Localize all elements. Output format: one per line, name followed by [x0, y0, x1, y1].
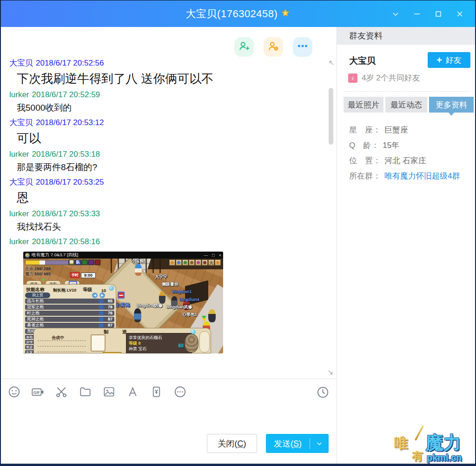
close-icon[interactable]: [449, 0, 470, 27]
info-label: Q 龄：: [349, 140, 379, 151]
game-timer: 卡时 9:00: [70, 272, 96, 278]
skill-row-name: 时之袍: [27, 311, 40, 316]
skill-row-value: 65: [108, 299, 112, 304]
message-meta: 大宝贝2018/6/17 20:53:12: [9, 118, 321, 128]
tab-recent-activity[interactable]: 最近动态: [385, 97, 427, 113]
window-menu-chevron-icon[interactable]: [385, 0, 406, 27]
game-player-label: 侧眼看伱: [162, 282, 178, 286]
add-friend-button[interactable]: + 好友: [428, 52, 470, 68]
message-text[interactable]: 那是要两件8石榴的?: [17, 161, 321, 173]
message-text[interactable]: 我找找石头: [17, 221, 321, 233]
info-label: 星 座：: [349, 125, 381, 135]
send-button-label: 发送(S): [266, 438, 310, 449]
add-member-button[interactable]: [234, 37, 254, 57]
game-titlebar: 唯有魔力 7.0&3.7 [四线] — □ ×: [23, 252, 223, 259]
skill-next-arrow: ▶: [99, 293, 105, 298]
message-text[interactable]: 可以: [17, 130, 321, 146]
close-button[interactable]: 关闭(C): [207, 434, 257, 453]
skill-row-value: 76: [108, 305, 112, 310]
skill-name: 制长袍 LV10: [53, 287, 76, 293]
skill-row-name: 勇者之袍: [27, 323, 44, 328]
skill-row-name: 战斗长袍: [27, 299, 44, 304]
tab-more-info[interactable]: 更多资料: [429, 97, 474, 113]
skill-row-chip: [99, 311, 103, 315]
sender-name[interactable]: lurker: [9, 237, 29, 246]
sender-name[interactable]: 大宝贝: [9, 178, 33, 186]
game-chat-chip: 聊: [69, 260, 74, 265]
skill-row-chip: [99, 299, 103, 303]
game-minimize-icon: —: [204, 253, 208, 258]
skill-row-chip: [99, 305, 103, 309]
message-text[interactable]: 我5000收到的: [17, 102, 321, 114]
game-character: [135, 264, 142, 276]
window-title-text: 大宝贝(176302458): [186, 7, 278, 21]
member-meta: 4岁 2个共同好友: [362, 73, 420, 83]
close-button-label: 关闭(C): [218, 438, 246, 449]
game-player-label: 大宇宇: [155, 275, 167, 279]
game-mp-value: 550/ 985: [34, 272, 51, 276]
chat-image-game-screenshot[interactable]: 唯有魔力 7.0&3.7 [四线] — □ × 聊 队 生命288/: [23, 252, 223, 353]
profile-tabs: 最近照片 最近动态 更多资料: [344, 97, 474, 113]
message-text[interactable]: 下次我刷逆牛得到了八 送你俩可以不: [17, 70, 321, 87]
message-meta: 大宝贝2018/6/17 20:53:25: [9, 177, 321, 187]
game-character: [159, 292, 165, 304]
minimize-icon[interactable]: [406, 0, 428, 27]
send-options-chevron-icon[interactable]: [310, 440, 329, 447]
message-text[interactable]: 恩: [17, 189, 321, 206]
info-value: 巨蟹座: [384, 125, 408, 135]
maximize-icon[interactable]: [428, 0, 449, 27]
game-toolbar-button: [202, 260, 208, 266]
tab-recent-photos[interactable]: 最近照片: [344, 97, 383, 113]
craft-status-area: 合成中: [38, 334, 88, 353]
game-toolbar-button: [195, 260, 201, 266]
message-meta: 大宝贝2018/6/17 20:52:56: [9, 58, 321, 68]
game-toolbar-button: [189, 260, 195, 266]
craft-button-partial: [103, 352, 121, 353]
qq-chat-window: 大宝贝(176302458) z: [0, 0, 476, 466]
message-meta: lurker2018/6/17 20:52:59: [9, 90, 321, 100]
profile-info-list: 星 座： 巨蟹座 Q 龄： 15年 位 置： 河北 石家庄 所在群： 唯有魔力怀…: [349, 122, 471, 184]
game-marker: [202, 318, 206, 322]
game-chip: [88, 260, 94, 265]
file-folder-icon[interactable]: [79, 386, 92, 399]
message-input[interactable]: [1, 405, 337, 433]
divider: [344, 91, 469, 92]
sender-name[interactable]: lurker: [9, 90, 29, 99]
skill-row-value: 87: [108, 317, 112, 322]
game-toolbar: 大: [169, 260, 221, 266]
game-close-icon: ×: [219, 253, 221, 258]
group-link[interactable]: 唯有魔力怀旧超级4群: [384, 171, 460, 181]
sender-name[interactable]: lurker: [9, 209, 29, 218]
info-label: 所在群：: [349, 171, 381, 181]
message-list: 大宝贝2018/6/17 20:52:56 下次我刷逆牛得到了八 送你俩可以不 …: [9, 55, 321, 353]
gif-hotpic-icon[interactable]: GIF: [31, 386, 44, 399]
scroll-to-bottom-icon[interactable]: [327, 369, 334, 378]
screenshot-scissors-icon[interactable]: [55, 386, 68, 399]
message-history-icon[interactable]: [316, 386, 329, 399]
female-icon: ♀: [348, 73, 357, 83]
skill-level-label: 等级: [83, 286, 92, 293]
scroll-to-top-icon[interactable]: [328, 60, 335, 68]
add-friend-label: 好友: [446, 55, 462, 66]
emoji-icon[interactable]: [7, 386, 20, 399]
sender-name[interactable]: lurker: [9, 150, 29, 159]
red-packet-icon[interactable]: [150, 386, 163, 399]
titlebar[interactable]: 大宝贝(176302458) z: [1, 0, 475, 27]
info-row-qq-age: Q 龄： 15年: [349, 138, 471, 153]
more-tools-icon[interactable]: [173, 386, 186, 399]
timestamp: 2018/6/17 20:53:25: [36, 178, 104, 186]
info-row-constellation: 星 座： 巨蟹座: [349, 122, 471, 138]
font-style-icon[interactable]: [126, 386, 139, 399]
sender-name[interactable]: 大宝贝: [9, 59, 33, 67]
game-player-label: bingdian武修: [166, 305, 192, 309]
more-actions-button[interactable]: [293, 37, 312, 57]
craft-slot: [91, 334, 106, 352]
sender-name[interactable]: 大宝贝: [9, 118, 33, 127]
window-controls: [385, 0, 470, 27]
chat-area: 大宝贝2018/6/17 20:52:56 下次我刷逆牛得到了八 送你俩可以不 …: [1, 27, 337, 464]
chat-scrollbar[interactable]: [329, 88, 333, 145]
game-chip: [82, 260, 87, 265]
send-button[interactable]: 发送(S): [266, 434, 329, 453]
send-image-icon[interactable]: [102, 386, 115, 399]
block-member-button[interactable]: [264, 37, 283, 57]
